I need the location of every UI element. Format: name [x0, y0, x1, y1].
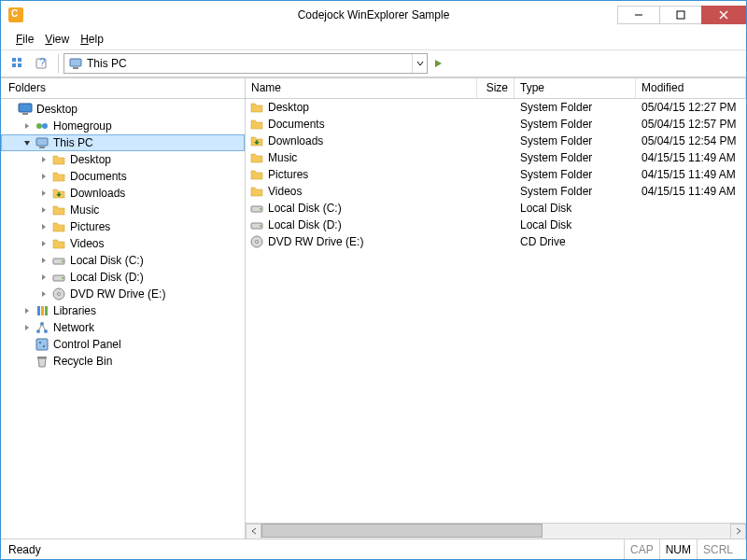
list-row[interactable]: DownloadsSystem Folder05/04/15 12:54 PM: [246, 133, 746, 149]
folder-dl-icon: [249, 133, 264, 148]
expander-icon[interactable]: [38, 288, 49, 300]
network-icon: [35, 320, 49, 335]
titlebar: Codejock WinExplorer Sample: [1, 1, 746, 29]
folders-header: Folders: [1, 78, 245, 99]
expander-icon[interactable]: [38, 238, 49, 249]
minimize-button[interactable]: [617, 6, 660, 24]
maximize-button[interactable]: [659, 6, 702, 24]
tree-item[interactable]: Local Disk (D:): [1, 269, 245, 286]
menu-file[interactable]: File: [10, 31, 39, 48]
folder-dl-icon: [51, 186, 66, 201]
scroll-left-icon[interactable]: [246, 524, 261, 539]
menu-view[interactable]: View: [39, 31, 75, 48]
tree-item[interactable]: Documents: [1, 168, 245, 185]
file-name: Downloads: [268, 134, 323, 147]
expander-icon[interactable]: [38, 272, 49, 283]
expander-icon[interactable]: [21, 120, 33, 132]
tree-item-label: Music: [70, 203, 99, 217]
svg-rect-24: [37, 306, 40, 315]
expander-icon[interactable]: [21, 339, 33, 350]
file-modified: 05/04/15 12:57 PM: [636, 118, 746, 131]
address-dropdown[interactable]: [412, 54, 427, 73]
status-num: NUM: [659, 539, 697, 559]
svg-point-37: [260, 225, 261, 227]
go-button[interactable]: [430, 54, 448, 73]
list-row[interactable]: DVD RW Drive (E:)CD Drive: [246, 233, 746, 250]
address-bar[interactable]: This PC: [63, 53, 428, 74]
list-row[interactable]: MusicSystem Folder04/15/15 11:49 AM: [246, 149, 746, 166]
tree-item[interactable]: Recycle Bin: [1, 353, 245, 370]
svg-rect-5: [18, 58, 21, 62]
tree-item[interactable]: Control Panel: [1, 336, 245, 353]
tree-item[interactable]: Pictures: [1, 218, 245, 235]
expander-icon[interactable]: [38, 171, 49, 182]
expander-icon[interactable]: [38, 255, 49, 266]
scroll-thumb[interactable]: [261, 524, 543, 538]
file-modified: 05/04/15 12:54 PM: [636, 134, 746, 147]
tree-item[interactable]: Music: [1, 202, 245, 218]
tree-item-label: Videos: [70, 237, 104, 250]
folder-icon: [51, 236, 66, 251]
svg-point-14: [36, 123, 42, 129]
folder-icon: [51, 203, 66, 217]
close-button[interactable]: [701, 6, 746, 24]
svg-rect-6: [12, 63, 16, 67]
expander-icon[interactable]: [5, 104, 16, 115]
folder-tree[interactable]: DesktopHomegroupThis PCDesktopDocumentsD…: [1, 99, 245, 539]
cd-icon: [249, 234, 264, 249]
expander-icon[interactable]: [21, 322, 33, 333]
menu-help[interactable]: Help: [75, 31, 109, 48]
file-list[interactable]: DesktopSystem Folder05/04/15 12:27 PMDoc…: [246, 99, 746, 523]
tree-item[interactable]: Libraries: [1, 302, 245, 319]
list-row[interactable]: DesktopSystem Folder05/04/15 12:27 PM: [246, 99, 746, 116]
tree-item[interactable]: Videos: [1, 235, 245, 252]
list-row[interactable]: VideosSystem Folder04/15/15 11:49 AM: [246, 183, 746, 200]
file-name: Desktop: [268, 101, 309, 114]
column-size[interactable]: Size: [477, 78, 514, 98]
tree-item[interactable]: Desktop: [1, 151, 245, 168]
folder-icon: [249, 150, 264, 165]
file-list-pane: Name Size Type Modified DesktopSystem Fo…: [246, 78, 746, 539]
toolbar-separator: [58, 54, 59, 73]
expander-icon[interactable]: [38, 154, 49, 165]
expander-icon[interactable]: [38, 221, 49, 232]
tree-item[interactable]: Desktop: [1, 101, 245, 118]
list-row[interactable]: DocumentsSystem Folder05/04/15 12:57 PM: [246, 116, 746, 133]
tree-item-label: Downloads: [70, 187, 125, 200]
tree-item[interactable]: Downloads: [1, 185, 245, 202]
horizontal-scrollbar[interactable]: [246, 523, 746, 539]
views-button[interactable]: [7, 52, 29, 75]
tree-item[interactable]: Network: [1, 319, 245, 336]
tree-item[interactable]: This PC: [1, 134, 245, 151]
expander-icon[interactable]: [21, 356, 33, 367]
list-row[interactable]: PicturesSystem Folder04/15/15 11:49 AM: [246, 166, 746, 183]
svg-rect-30: [36, 339, 48, 350]
expander-icon[interactable]: [21, 137, 33, 148]
folder-icon: [249, 167, 264, 182]
expander-icon[interactable]: [38, 204, 49, 216]
drive-icon: [51, 253, 66, 268]
tree-item[interactable]: Homegroup: [1, 118, 245, 134]
drive-icon: [51, 270, 66, 285]
column-name[interactable]: Name: [246, 78, 477, 98]
file-modified: 04/15/15 11:49 AM: [636, 151, 746, 164]
expander-icon[interactable]: [21, 305, 33, 316]
svg-rect-26: [45, 306, 48, 315]
help-button[interactable]: ?: [31, 52, 53, 75]
window-title: Codejock WinExplorer Sample: [298, 8, 450, 21]
drive-icon: [249, 217, 264, 232]
expander-icon[interactable]: [38, 188, 49, 199]
scroll-right-icon[interactable]: [730, 524, 746, 539]
file-name: Local Disk (C:): [268, 202, 342, 215]
folder-icon: [51, 219, 66, 234]
svg-rect-25: [41, 306, 44, 315]
list-row[interactable]: Local Disk (D:)Local Disk: [246, 217, 746, 233]
svg-point-15: [42, 123, 48, 129]
file-type: System Folder: [514, 118, 636, 131]
column-type[interactable]: Type: [514, 78, 636, 98]
column-modified[interactable]: Modified: [636, 78, 746, 98]
list-row[interactable]: Local Disk (C:)Local Disk: [246, 200, 746, 217]
scroll-track[interactable]: [261, 524, 730, 539]
tree-item[interactable]: DVD RW Drive (E:): [1, 286, 245, 302]
tree-item[interactable]: Local Disk (C:): [1, 252, 245, 269]
